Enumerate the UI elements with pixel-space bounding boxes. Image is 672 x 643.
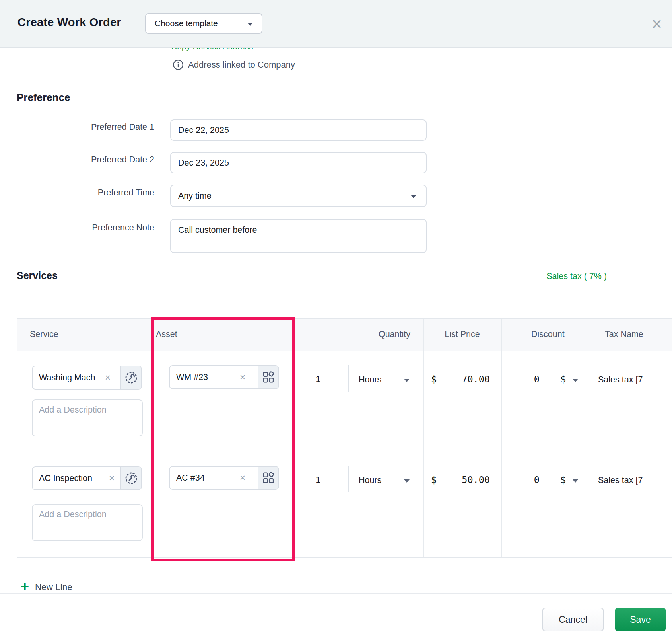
chevron-down-icon [411, 195, 416, 198]
create-work-order-modal: Copy Service Address Create Work Order C… [0, 0, 672, 643]
address-linked-note: Address linked to Company [188, 60, 295, 70]
cell-divider [348, 466, 349, 492]
description-input[interactable]: Add a Description [32, 399, 143, 436]
preferred-time-select[interactable]: Any time [170, 185, 427, 207]
service-wrench-icon [124, 471, 138, 485]
chevron-down-icon [573, 479, 578, 483]
plus-icon: + [21, 579, 29, 594]
quantity-input[interactable]: 1 [296, 475, 320, 485]
preferred-date2-label: Preferred Date 2 [0, 155, 154, 165]
column-divider [501, 319, 502, 558]
discount-input[interactable]: 0 [517, 374, 540, 385]
col-list-price: List Price [423, 329, 501, 339]
asset-input[interactable]: AC #34 × [169, 466, 279, 490]
service-lookup-button[interactable] [120, 467, 141, 489]
sales-tax-link[interactable]: Sales tax ( 7% ) [546, 271, 607, 281]
currency-symbol: $ [431, 474, 437, 485]
col-discount: Discount [531, 329, 565, 339]
close-icon[interactable]: × [645, 12, 669, 36]
col-quantity: Quantity [379, 329, 410, 339]
preference-note-label: Preference Note [0, 223, 154, 233]
unit-select[interactable]: Hours [359, 475, 381, 485]
modal-header: Create Work Order Choose template × [0, 0, 672, 48]
services-heading: Services [17, 270, 58, 281]
tax-name-value[interactable]: Sales tax [7 [598, 375, 643, 385]
asset-input[interactable]: WM #23 × [169, 365, 279, 389]
preferred-date1-input[interactable]: Dec 22, 2025 [170, 119, 427, 141]
save-button[interactable]: Save [615, 608, 666, 631]
service-wrench-icon [124, 370, 138, 385]
services-table: Service Asset Quantity List Price Discou… [17, 318, 672, 558]
preference-note-input[interactable]: Call customer before [170, 219, 427, 253]
service-lookup-button[interactable] [120, 366, 141, 389]
copy-service-address-link[interactable]: Copy Service Address [171, 48, 282, 53]
preferred-date1-label: Preferred Date 1 [0, 122, 154, 132]
discount-type-select[interactable]: $ [560, 474, 566, 485]
chevron-down-icon [404, 479, 410, 483]
quantity-input[interactable]: 1 [296, 374, 320, 384]
clear-icon[interactable]: × [109, 473, 115, 483]
chevron-down-icon [247, 23, 253, 26]
cell-divider [552, 466, 552, 492]
column-divider [423, 319, 424, 558]
asset-grid-icon [262, 370, 275, 384]
preference-heading: Preference [17, 92, 70, 104]
service-input[interactable]: Washing Mach × [32, 366, 142, 390]
choose-template-dropdown[interactable]: Choose template [145, 13, 262, 34]
cell-divider [552, 365, 552, 392]
asset-grid-icon [262, 471, 275, 485]
col-tax-name: Tax Name [605, 329, 643, 339]
description-input[interactable]: Add a Description [32, 504, 143, 541]
preferred-date2-input[interactable]: Dec 23, 2025 [170, 152, 427, 173]
clear-icon[interactable]: × [105, 373, 111, 382]
discount-type-select[interactable]: $ [560, 374, 566, 385]
new-line-button[interactable]: + New Line [21, 581, 72, 594]
col-asset: Asset [156, 329, 177, 339]
asset-lookup-button[interactable] [258, 467, 278, 489]
column-divider [590, 319, 590, 558]
footer-divider [0, 593, 672, 594]
tax-name-value[interactable]: Sales tax [7 [598, 475, 643, 485]
unit-select[interactable]: Hours [359, 375, 381, 385]
row-divider [17, 448, 672, 448]
cell-divider [348, 365, 349, 392]
clear-icon[interactable]: × [240, 372, 245, 382]
list-price-input[interactable]: 70.00 [439, 374, 490, 385]
choose-template-label: Choose template [155, 19, 218, 28]
address-note-row: Address linked to Company [173, 59, 295, 70]
cancel-button[interactable]: Cancel [542, 608, 604, 631]
service-input[interactable]: AC Inspection × [32, 466, 142, 490]
info-icon [173, 59, 184, 70]
currency-symbol: $ [431, 374, 437, 385]
col-service: Service [30, 329, 58, 339]
list-price-input[interactable]: 50.00 [439, 474, 490, 485]
asset-lookup-button[interactable] [258, 366, 278, 388]
preferred-time-label: Preferred Time [0, 188, 154, 198]
page-title: Create Work Order [17, 16, 121, 29]
chevron-down-icon [404, 379, 410, 382]
chevron-down-icon [573, 379, 578, 382]
discount-input[interactable]: 0 [517, 474, 540, 485]
services-table-header: Service Asset Quantity List Price Discou… [17, 319, 672, 351]
clear-icon[interactable]: × [240, 473, 245, 483]
